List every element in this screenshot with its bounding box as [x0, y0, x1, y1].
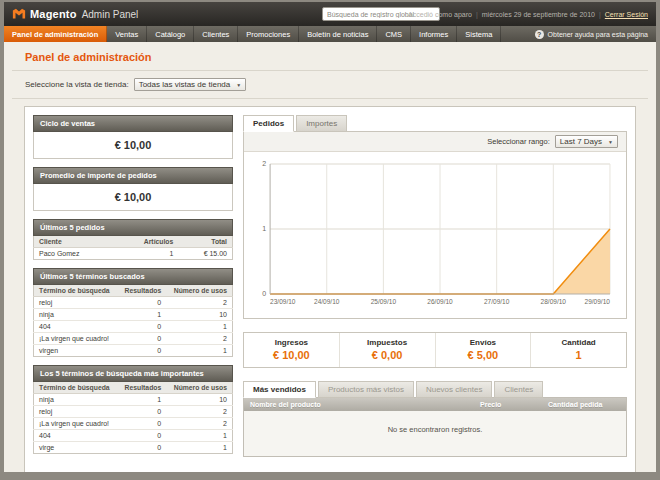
tab-importes[interactable]: Importes — [296, 115, 347, 132]
nav-item-promociones[interactable]: Promociones — [238, 26, 299, 42]
nav-item-clientes[interactable]: Clientes — [194, 26, 238, 42]
logo-text: Magento — [30, 8, 77, 20]
stat-label: Envíos — [436, 338, 531, 347]
search-term-link[interactable]: ninja — [34, 309, 118, 321]
nav-item-dashboard[interactable]: Panel de administración — [4, 26, 107, 42]
nav-item-ventas[interactable]: Ventas — [107, 26, 147, 42]
order-customer[interactable]: Paco Gomez — [34, 248, 116, 260]
nav-item-boletin[interactable]: Boletín de noticias — [299, 26, 377, 42]
tab-pedidos[interactable]: Pedidos — [243, 115, 294, 132]
col-header: Término de búsqueda — [34, 285, 118, 297]
dashboard-content: Ciclo de ventas € 10,00 Promedio de impo… — [24, 106, 636, 472]
search-term-link[interactable]: ¡La virgen que cuadro! — [34, 418, 118, 430]
stat-cantidad: Cantidad 1 — [530, 333, 626, 367]
range-selector-row: Seleccionar rango: Last 7 Days ▼ — [244, 132, 626, 152]
term-results: 0 — [118, 333, 166, 345]
logo-subtitle: Admin Panel — [82, 9, 139, 20]
search-term-row[interactable]: virge 0 1 — [34, 442, 233, 454]
stat-label: Ingresos — [244, 338, 339, 347]
search-term-row[interactable]: reloj 0 2 — [34, 406, 233, 418]
col-header: Total — [178, 236, 232, 248]
search-term-link[interactable]: 404 — [34, 321, 118, 333]
nav-item-sistema[interactable]: Sistema — [457, 26, 501, 42]
lifetime-sales-header: Ciclo de ventas — [33, 115, 233, 132]
search-term-row[interactable]: 404 0 1 — [34, 321, 233, 333]
stat-value: € 5,00 — [436, 349, 531, 361]
search-term-link[interactable]: ¡La virgen que cuadro! — [34, 333, 118, 345]
stat-value: 1 — [531, 349, 626, 361]
last-search-terms-table: Término de búsqueda Resultados Número de… — [33, 285, 233, 357]
grid-header-row: Nombre del producto Precio Cantidad pedi… — [244, 398, 626, 411]
term-uses: 10 — [166, 309, 232, 321]
tab-productos-mas-vistos[interactable]: Productos más vistos — [318, 381, 414, 398]
stat-value: € 0,00 — [340, 349, 435, 361]
search-term-link[interactable]: virge — [34, 442, 118, 454]
stat-label: Impuestos — [340, 338, 435, 347]
stat-ingresos: Ingresos € 10,00 — [244, 333, 339, 367]
search-term-link[interactable]: virgen — [34, 345, 118, 357]
term-uses: 10 — [166, 394, 232, 406]
nav-item-informes[interactable]: Informes — [411, 26, 457, 42]
logout-link[interactable]: Cerrar Sesión — [605, 11, 648, 18]
search-term-link[interactable]: reloj — [34, 406, 118, 418]
order-row[interactable]: Paco Gomez 1 € 15.00 — [34, 248, 233, 260]
nav-item-catalogo[interactable]: Catálogo — [147, 26, 194, 42]
magento-logo-icon — [12, 7, 26, 21]
term-results: 0 — [118, 406, 166, 418]
product-tabs: Más vendidos Productos más vistos Nuevos… — [243, 381, 627, 398]
admin-page: Magento Admin Panel Accedió como aparo |… — [4, 2, 656, 472]
term-results: 1 — [118, 309, 166, 321]
order-items: 1 — [115, 248, 178, 260]
range-select[interactable]: Last 7 Days ▼ — [555, 135, 618, 148]
orders-chart-panel: Seleccionar rango: Last 7 Days ▼ 01223/0… — [243, 131, 627, 319]
totals-bar: Ingresos € 10,00 Impuestos € 0,00 Envíos… — [243, 332, 627, 368]
svg-text:23/09/10: 23/09/10 — [270, 298, 296, 305]
help-link[interactable]: ? Obtener ayuda para esta página — [527, 26, 656, 42]
search-term-row[interactable]: 404 0 1 — [34, 430, 233, 442]
search-term-row[interactable]: virgen 0 1 — [34, 345, 233, 357]
col-header: Artículos — [115, 236, 178, 248]
svg-text:25/09/10: 25/09/10 — [371, 298, 397, 305]
range-label: Seleccionar rango: — [487, 137, 550, 146]
search-term-row[interactable]: ¡La virgen que cuadro! 0 2 — [34, 333, 233, 345]
store-view-label: Seleccione la vista de tienda: — [25, 80, 129, 89]
store-view-select[interactable]: Todas las vistas de tienda ▼ — [134, 78, 247, 91]
tab-nuevos-clientes[interactable]: Nuevos clientes — [416, 381, 492, 398]
lifetime-sales-box: Ciclo de ventas € 10,00 — [33, 115, 233, 159]
range-value: Last 7 Days — [560, 137, 602, 146]
tab-clientes[interactable]: Clientes — [494, 381, 543, 398]
page-title: Panel de administración — [4, 42, 656, 70]
chart-tabs: Pedidos Importes — [243, 115, 627, 132]
term-uses: 2 — [166, 297, 232, 309]
last-orders-table: Cliente Artículos Total Paco Gomez 1 € 1… — [33, 236, 233, 260]
svg-text:0: 0 — [262, 291, 266, 298]
store-view-row: Seleccione la vista de tienda: Todas las… — [25, 78, 635, 91]
nav-item-cms[interactable]: CMS — [377, 26, 411, 42]
order-total: € 15.00 — [178, 248, 232, 260]
search-term-row[interactable]: ninja 1 10 — [34, 309, 233, 321]
tab-mas-vendidos[interactable]: Más vendidos — [243, 381, 316, 398]
dashboard-right-column: Pedidos Importes Seleccionar rango: Last… — [243, 115, 627, 464]
term-results: 0 — [118, 442, 166, 454]
search-term-row[interactable]: reloj 0 2 — [34, 297, 233, 309]
search-term-link[interactable]: 404 — [34, 430, 118, 442]
term-uses: 1 — [166, 430, 232, 442]
col-header-qty: Cantidad pedida — [542, 398, 626, 411]
search-term-link[interactable]: reloj — [34, 297, 118, 309]
search-term-link[interactable]: ninja — [34, 394, 118, 406]
term-results: 1 — [118, 394, 166, 406]
col-header-price: Precio — [474, 398, 542, 411]
help-label: Obtener ayuda para esta página — [548, 31, 648, 38]
search-term-row[interactable]: ninja 1 10 — [34, 394, 233, 406]
search-term-row[interactable]: ¡La virgen que cuadro! 0 2 — [34, 418, 233, 430]
divider — [12, 70, 648, 71]
col-header: Número de usos — [166, 382, 232, 394]
empty-records-message: No se encontraron registros. — [244, 411, 626, 456]
dashboard-left-column: Ciclo de ventas € 10,00 Promedio de impo… — [33, 115, 233, 464]
current-date: miércoles 29 de septiembre de 2010 — [482, 11, 595, 18]
chevron-down-icon: ▼ — [236, 82, 241, 88]
term-uses: 1 — [166, 442, 232, 454]
bestsellers-grid: Nombre del producto Precio Cantidad pedi… — [243, 397, 627, 457]
col-header: Resultados — [118, 382, 166, 394]
orders-chart: 01223/09/1024/09/1025/09/1026/09/1027/09… — [252, 158, 618, 316]
